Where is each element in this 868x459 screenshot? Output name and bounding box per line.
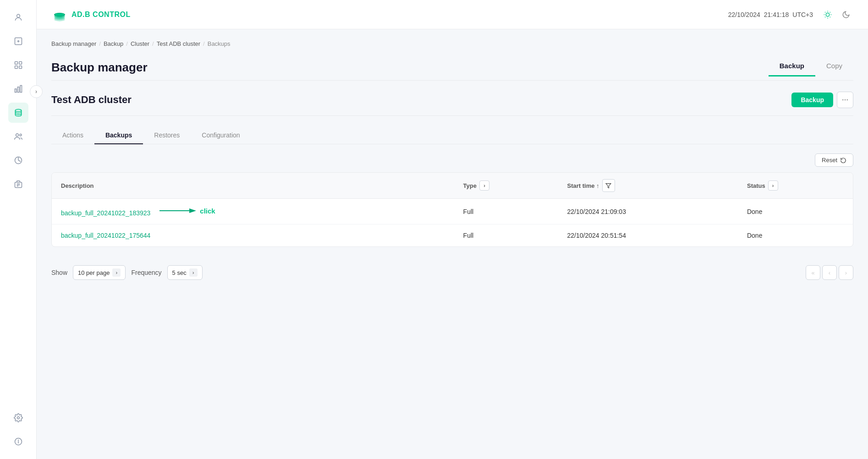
main-content: AD.B CONTROL 22/10/2024 21:41:18 UTC+3 B…	[37, 0, 868, 459]
cluster-title: Test ADB cluster	[51, 94, 132, 106]
svg-rect-7	[17, 87, 19, 93]
cluster-header: Test ADB cluster Backup	[51, 92, 853, 116]
row2-type: Full	[454, 224, 558, 247]
svg-point-14	[17, 417, 19, 419]
svg-marker-35	[606, 183, 611, 188]
sidebar-item-jobs[interactable]	[8, 174, 28, 194]
sidebar-item-settings[interactable]	[8, 408, 28, 428]
svg-point-10	[16, 134, 18, 137]
sidebar-item-export[interactable]	[8, 31, 28, 51]
header: AD.B CONTROL 22/10/2024 21:41:18 UTC+3	[37, 0, 868, 29]
header-icons	[820, 7, 853, 22]
subtab-backups[interactable]: Backups	[94, 127, 143, 144]
svg-rect-6	[15, 89, 16, 93]
click-annotation: click	[159, 206, 215, 215]
page-first-btn[interactable]: «	[806, 265, 820, 280]
sidebar-item-users[interactable]	[8, 126, 28, 147]
logo-control: CONTROL	[93, 11, 131, 18]
sidebar: ›	[0, 0, 37, 459]
frequency-label: Frequency	[131, 269, 161, 276]
show-label: Show	[51, 269, 67, 276]
sidebar-item-analytics[interactable]	[8, 79, 28, 99]
top-tabs: Backup Copy	[769, 58, 853, 76]
row1-start-time: 22/10/2024 21:09:03	[558, 199, 738, 224]
page-title: Backup manager	[51, 60, 148, 75]
backup-link-1[interactable]: backup_full_20241022_183923	[61, 209, 150, 217]
col-start-time: Start time ↑	[558, 173, 738, 199]
breadcrumb-cluster[interactable]: Cluster	[131, 40, 149, 47]
svg-rect-2	[15, 62, 17, 65]
row1-status: Done	[738, 199, 853, 224]
reset-label: Reset	[822, 157, 837, 164]
header-time: 22/10/2024 21:41:18 UTC+3	[728, 11, 813, 18]
table-toolbar: Reset	[51, 153, 853, 167]
sidebar-item-user[interactable]	[8, 7, 28, 27]
table-row: backup_full_20241022_175644 Full 22/10/2…	[52, 224, 853, 247]
svg-point-11	[19, 134, 21, 136]
backup-button[interactable]: Backup	[791, 93, 833, 107]
content-area: Backup manager / Backup / Cluster / Test…	[37, 29, 868, 459]
sidebar-item-dashboard[interactable]	[8, 55, 28, 75]
svg-line-31	[830, 12, 830, 12]
svg-point-23	[826, 13, 830, 16]
svg-point-9	[15, 109, 21, 112]
page-prev-btn[interactable]: ‹	[822, 265, 837, 280]
backup-link-2[interactable]: backup_full_20241022_175644	[61, 232, 150, 239]
logo-text: AD.B CONTROL	[71, 11, 131, 19]
breadcrumb-backup-manager[interactable]: Backup manager	[51, 40, 96, 47]
theme-sun-icon[interactable]	[820, 7, 835, 22]
header-right: 22/10/2024 21:41:18 UTC+3	[728, 7, 853, 22]
svg-rect-4	[15, 66, 17, 69]
tab-copy[interactable]: Copy	[815, 58, 853, 76]
more-options-button[interactable]	[837, 92, 853, 108]
breadcrumb-backup[interactable]: Backup	[104, 40, 123, 47]
per-page-select[interactable]: 10 per page ›	[73, 265, 126, 280]
sidebar-item-reports[interactable]	[8, 150, 28, 170]
header-date: 22/10/2024	[728, 11, 760, 18]
theme-moon-icon[interactable]	[839, 7, 853, 22]
page-header: Backup manager Backup Copy	[51, 58, 853, 76]
subtab-restores[interactable]: Restores	[143, 127, 191, 144]
row2-start-time: 22/10/2024 20:51:54	[558, 224, 738, 247]
svg-marker-37	[189, 208, 196, 213]
frequency-value: 5 sec	[172, 269, 187, 276]
table-row: backup_full_20241022_183923 click Full	[52, 199, 853, 224]
svg-line-27	[830, 16, 830, 17]
breadcrumb-backups: Backups	[208, 40, 231, 47]
sidebar-item-database[interactable]	[8, 103, 28, 123]
table-header-row: Description Type › Start time ↑	[52, 173, 853, 199]
sidebar-item-info[interactable]	[8, 432, 28, 452]
row2-description: backup_full_20241022_175644	[52, 224, 454, 247]
row2-status: Done	[738, 224, 853, 247]
subtab-configuration[interactable]: Configuration	[191, 127, 251, 144]
col-description: Description	[52, 173, 454, 199]
svg-rect-8	[20, 86, 22, 93]
logo-b: B	[85, 11, 90, 18]
sidebar-collapse-btn[interactable]: ›	[30, 85, 43, 98]
header-clock: 21:41:18	[764, 11, 789, 18]
status-expand-btn[interactable]: ›	[768, 180, 778, 191]
backups-table: Description Type › Start time ↑	[51, 172, 853, 247]
logo-ad: AD.	[71, 11, 85, 18]
svg-rect-3	[19, 62, 22, 65]
col-type: Type ›	[454, 173, 558, 199]
type-expand-btn[interactable]: ›	[479, 180, 489, 191]
page-next-btn[interactable]: ›	[839, 265, 853, 280]
subtab-actions[interactable]: Actions	[51, 127, 94, 144]
page-divider	[51, 80, 853, 81]
footer-left: Show 10 per page › Frequency 5 sec ›	[51, 265, 203, 280]
header-timezone: UTC+3	[792, 11, 813, 18]
table-footer: Show 10 per page › Frequency 5 sec › « ‹…	[51, 258, 853, 287]
reset-button[interactable]: Reset	[815, 153, 853, 167]
tab-backup[interactable]: Backup	[769, 58, 815, 76]
frequency-select[interactable]: 5 sec ›	[167, 265, 203, 280]
row1-type: Full	[454, 199, 558, 224]
svg-point-34	[847, 99, 848, 100]
start-time-filter-btn[interactable]	[602, 179, 615, 192]
frequency-chevron: ›	[189, 268, 198, 277]
svg-point-32	[842, 99, 843, 100]
subtabs: Actions Backups Restores Configuration	[51, 127, 853, 144]
svg-line-30	[825, 16, 825, 17]
col-status: Status ›	[738, 173, 853, 199]
breadcrumb-test-adb-cluster[interactable]: Test ADB cluster	[157, 40, 200, 47]
